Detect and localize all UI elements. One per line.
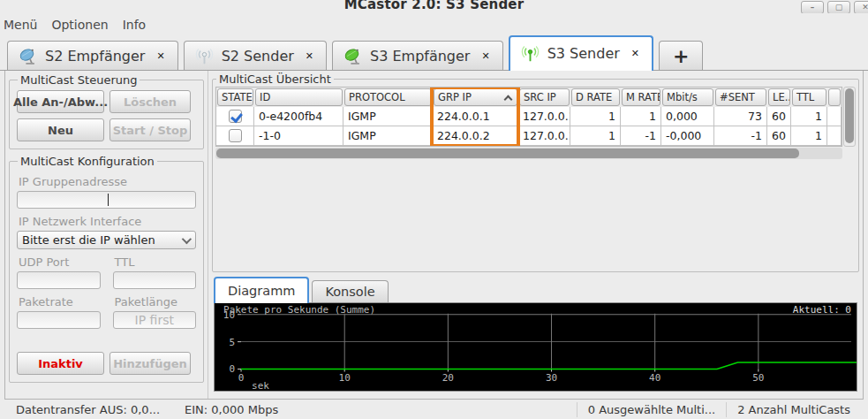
antenna-gray-icon [195,47,214,65]
tab-diagramm[interactable]: Diagramm [214,277,309,303]
interface-select[interactable]: Bitte erst die IP wählen [17,231,196,249]
tab-close-icon[interactable]: ✕ [153,50,164,62]
left-panel: MultiCast Steuerung Alle An-/Abw... Lösc… [5,71,208,399]
tab-s3-sender[interactable]: S3 Sender ✕ [509,35,653,71]
close-button[interactable]: ✕ [854,1,868,13]
vertical-scrollbar[interactable] [843,87,856,147]
paketlaenge-input[interactable] [113,311,197,329]
chart-canvas: 051001020304050Pakete pro Sekunde (Summe… [215,303,857,391]
cell-protocol: IGMP [343,107,433,126]
status-datentransfer-ein: EIN: 0,000 Mbps [185,403,278,416]
table-row[interactable]: 0-e4200fb4 IGMP 224.0.0.1 127.0.0.1 1 1 … [216,107,842,126]
maximize-button[interactable]: ▢ [827,1,850,13]
inaktiv-button[interactable]: Inaktiv [17,352,104,375]
svg-text:40: 40 [649,372,660,384]
tab-label: S3 Empfänger [370,48,470,65]
statusbar: Datentransfer AUS: 0,0... EIN: 0,000 Mbp… [0,400,868,419]
cell-sent: 73 [714,107,767,126]
cell-d-rate: 1 [570,107,621,126]
tabbar: S2 Empfänger ✕ S2 Sender ✕ S3 Empfänger … [0,35,868,71]
column-header-le[interactable]: LE... [768,88,790,106]
main-content: MultiCast Steuerung Alle An-/Abw... Lösc… [4,71,864,400]
tab-close-icon[interactable]: ✕ [302,50,313,62]
svg-text:0: 0 [238,372,245,384]
cell-mbit: 0,000 [661,107,714,126]
ip-gruppenadresse-input[interactable] [17,191,196,209]
packets-per-second-chart: 051001020304050Pakete pro Sekunde (Summe… [214,302,857,392]
tab-konsole[interactable]: Konsole [312,280,388,302]
ip-netzwerk-interface-label: IP Netzwerk Interface [19,215,196,228]
group-title: MultiCast Übersicht [216,72,334,86]
cell-m-rate: 1 [621,107,661,126]
cell-src-ip: 127.0.0.1 [518,126,570,145]
svg-text:10: 10 [339,372,351,384]
menu-optionen[interactable]: Optionen [49,16,113,34]
bottom-tabbar: Diagramm Konsole [212,275,859,302]
udp-port-label: UDP Port [19,255,101,269]
column-header-mbit[interactable]: Mbit/s [662,88,713,106]
cell-m-rate: -1 [621,126,661,145]
paketlaenge-label: Paketlänge [115,295,197,309]
state-checkbox[interactable] [229,110,242,123]
column-header-state[interactable]: STATE [217,88,253,106]
udp-port-input[interactable] [17,271,101,289]
neu-button[interactable]: Neu [17,118,104,141]
svg-text:20: 20 [442,372,454,384]
cell-ttl: 1 [791,107,827,126]
tab-close-icon[interactable]: ✕ [628,48,639,59]
svg-text:50: 50 [752,372,764,384]
titlebar: MCastor 2.0: S3 Sender – ▢ ✕ [0,0,868,13]
paketrate-label: Paketrate [19,295,101,309]
column-header-sent[interactable]: #SENT [715,88,766,106]
scrollbar-thumb[interactable] [845,88,854,143]
cell-sent: -1 [714,126,767,145]
ip-gruppenadresse-label: IP Gruppenadresse [19,175,196,188]
cell-d-rate: 1 [570,126,621,145]
table-row[interactable]: -1-0 IGMP 224.0.0.2 127.0.0.1 1 -1 -0,00… [216,126,842,146]
paketrate-input[interactable] [17,311,101,329]
cell-id: 0-e4200fb4 [254,107,343,126]
tab-s2-empfaenger[interactable]: S2 Empfänger ✕ [7,41,178,70]
minimize-button[interactable]: – [801,1,824,13]
group-multicast-steuerung: MultiCast Steuerung Alle An-/Abw... Lösc… [9,73,204,149]
right-panel: MultiCast Übersicht STATE ID PROTOCOL GR… [208,71,863,399]
tab-s2-sender[interactable]: S2 Sender ✕ [184,41,327,70]
tab-label: S3 Sender [547,45,620,62]
alle-an-abw-button[interactable]: Alle An-/Abw... [17,90,104,113]
cell-le: 60 [767,107,791,126]
state-checkbox[interactable] [229,129,242,142]
loeschen-button[interactable]: Löschen [109,90,191,113]
tab-s3-empfaenger[interactable]: S3 Empfänger ✕ [332,41,503,70]
group-title: MultiCast Konfiguration [18,155,157,168]
column-header-d-rate[interactable]: D RATE [571,88,620,106]
column-header-extra [828,88,841,106]
tab-close-icon[interactable]: ✕ [478,50,489,62]
svg-text:5: 5 [229,337,235,348]
satellite-dish-green-icon [343,47,362,65]
column-header-m-rate[interactable]: M RATE [622,88,660,106]
cell-protocol: IGMP [343,126,433,145]
group-title: MultiCast Steuerung [18,73,140,87]
column-header-label: GRP IP [438,91,472,103]
group-multicast-uebersicht: MultiCast Übersicht STATE ID PROTOCOL GR… [212,72,859,272]
start-stop-button[interactable]: Start / Stop [109,118,191,141]
svg-text:Pakete pro Sekunde (Summe): Pakete pro Sekunde (Summe) [223,304,375,316]
column-header-src-ip[interactable]: SRC IP [519,88,570,106]
ttl-input[interactable] [113,271,197,289]
tab-label: S2 Sender [222,48,294,65]
menu-menue[interactable]: Menü [2,16,42,34]
column-header-grp-ip[interactable]: GRP IP [434,88,517,106]
hinzufuegen-button[interactable]: Hinzufügen [109,352,191,375]
column-header-protocol[interactable]: PROTOCOL [344,88,432,106]
sort-ascending-icon [504,95,513,104]
new-tab-button[interactable]: + [659,41,703,70]
horizontal-scrollbar[interactable] [215,148,842,159]
cell-le: 60 [767,126,791,145]
column-header-ttl[interactable]: TTL [792,88,826,106]
svg-text:Aktuell: 0: Aktuell: 0 [793,304,851,316]
scrollbar-thumb[interactable] [216,149,799,158]
status-selected-count: 0 Ausgewählte Multi... [577,402,726,417]
svg-text:0: 0 [229,364,235,376]
menu-info[interactable]: Info [121,16,152,34]
column-header-id[interactable]: ID [255,88,343,106]
